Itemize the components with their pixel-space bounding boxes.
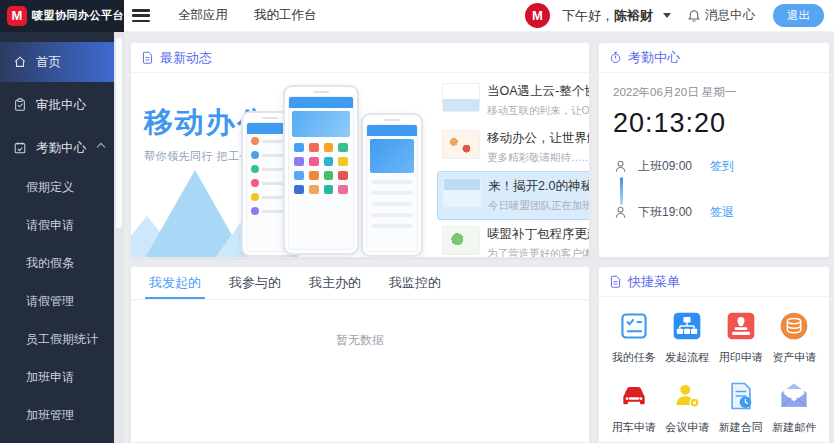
calendar-icon [13,141,27,155]
check-out-row: 下班19:00 签退 [613,203,815,221]
sidebar-sub-holiday-definition[interactable]: 假期定义 [0,168,114,206]
attendance-header: 考勤中心 [599,43,829,73]
latest-news-header: 最新动态 [131,43,589,73]
tab-monitored-by-me[interactable]: 我监控的 [375,267,455,299]
person-icon [613,205,628,220]
document-icon [609,275,622,288]
attendance-clock: 20:13:20 [613,108,815,139]
sidebar-item-home[interactable]: 首页 [0,42,114,82]
sidebar: 首页 审批中心 考勤中心 假期定义 请假申请 我的假条 请假管理 员工假期统计 … [0,32,114,443]
quick-item-new-mail[interactable]: 新建邮件 [768,379,822,435]
sidebar-sub-leave-management[interactable]: 请假管理 [0,282,114,320]
check-in-link[interactable]: 签到 [710,158,734,175]
quick-item-new-contract[interactable]: 新建合同 [714,379,768,435]
process-tabs: 我发起的 我参与的 我主办的 我监控的 [131,267,589,300]
user-avatar[interactable]: M [525,3,550,28]
news-thumbnail [442,83,480,112]
phone-mockup-right [361,113,423,257]
quick-item-vehicle-request[interactable]: 用车申请 [607,379,661,435]
person-gear-icon [670,379,704,413]
quick-item-asset-request[interactable]: 资产申请 [768,309,822,365]
news-thumbnail [442,130,480,159]
bell-icon [687,9,701,23]
chevron-up-icon [97,143,105,151]
attendance-rows: 上班09:00 签到 下班19:00 签退 [613,157,815,221]
quick-item-my-tasks[interactable]: 我的任务 [607,309,661,365]
attendance-title: 考勤中心 [628,49,680,67]
quick-item-meeting-request[interactable]: 会议申请 [661,379,715,435]
app-logo: M [7,6,27,26]
logout-button[interactable]: 退出 [773,4,824,27]
topbar-right: M 下午好，陈裕财 消息中心 退出 [525,3,834,28]
tab-initiated-by-me[interactable]: 我发起的 [135,267,215,299]
sidebar-sub-overtime-management[interactable]: 加班管理 [0,396,114,434]
stopwatch-icon [609,51,622,64]
quick-menu-title: 快捷菜单 [628,273,680,291]
username: 陈裕财 [614,8,653,23]
quick-item-start-process[interactable]: 发起流程 [661,309,715,365]
news-body: 移动办公 帮你领先同行 把工作带出办公室 当OA遇上云-整个协同OA [131,73,589,258]
message-center-label: 消息中心 [705,7,755,24]
clipboard-icon [13,98,27,112]
nav-my-workbench[interactable]: 我的工作台 [254,7,317,24]
quick-item-seal-request[interactable]: 用印申请 [714,309,768,365]
database-icon [777,309,811,343]
top-bar: M 唛盟协同办公平台 全部应用 我的工作台 M 下午好，陈裕财 消息中心 退出 [0,0,834,32]
sidebar-scrollbar[interactable] [114,32,124,443]
menu-toggle-icon[interactable] [132,9,150,22]
greeting-text: 下午好， [562,8,614,23]
news-item-highlighted[interactable]: 来！揭开2.0的神秘面纱~ 今日唛盟团队正在加班加点， [437,171,590,220]
empty-state-text: 暂无数据 [131,300,589,349]
attendance-body: 2022年06月20日 星期一 20:13:20 上班09:00 签到 下班19… [599,73,829,258]
sidebar-sub-employee-holiday-stats[interactable]: 员工假期统计 [0,320,114,358]
timeline-connector [620,177,623,205]
stamp-icon [724,309,758,343]
quick-menu-grid: 我的任务 发起流程 [599,297,829,435]
sidebar-sub-overtime-request[interactable]: 加班申请 [0,358,114,396]
user-greeting[interactable]: 下午好，陈裕财 [562,7,653,25]
sidebar-item-attendance-center[interactable]: 考勤中心 [0,128,114,168]
top-nav: 全部应用 我的工作台 [178,7,317,24]
quick-menu-panel: 快捷菜单 我的任务 [598,266,830,443]
nav-all-apps[interactable]: 全部应用 [178,7,228,24]
news-list: 当OA遇上云-整个协同OA 移动互联的到来，让OA与云 移动办公，让世界触手可 … [431,73,590,258]
latest-news-panel: 最新动态 移动办公 帮你领先同行 把工作带出办公室 [130,42,590,258]
sidebar-item-approval-center[interactable]: 审批中心 [0,85,114,125]
app-title: 唛盟协同办公平台 [32,8,124,23]
flowchart-icon [670,309,704,343]
home-icon [13,55,27,69]
car-icon [617,379,651,413]
person-icon [613,159,628,174]
sidebar-scrollbar-thumb[interactable] [116,38,122,228]
chevron-down-icon[interactable] [663,13,671,18]
brand-block: M 唛盟协同办公平台 [0,0,124,32]
sidebar-sub-leave-request[interactable]: 请假申请 [0,206,114,244]
sidebar-item-label: 审批中心 [36,97,86,114]
my-processes-panel: 我发起的 我参与的 我主办的 我监控的 暂无数据 [130,266,590,443]
attendance-date: 2022年06月20日 星期一 [613,85,815,100]
sidebar-item-label: 考勤中心 [36,140,86,157]
sidebar-item-label: 首页 [36,54,61,71]
news-item[interactable]: 唛盟补丁包程序更新 为了营造更好的客户体验，唛 [437,220,590,258]
check-in-row: 上班09:00 签到 [613,157,815,175]
document-icon [141,51,154,64]
tab-hosted-by-me[interactable]: 我主办的 [295,267,375,299]
sidebar-sub-my-leave-notes[interactable]: 我的假条 [0,244,114,282]
tab-participated-by-me[interactable]: 我参与的 [215,267,295,299]
check-out-link[interactable]: 签退 [710,204,734,221]
news-item[interactable]: 移动办公，让世界触手可 更多精彩敬请期待…… [437,124,590,171]
mobile-office-banner[interactable]: 移动办公 帮你领先同行 把工作带出办公室 [131,73,431,258]
phone-mockup-center [283,85,359,255]
news-item[interactable]: 当OA遇上云-整个协同OA 移动互联的到来，让OA与云 [437,77,590,124]
quick-menu-header: 快捷菜单 [599,267,829,297]
latest-news-title: 最新动态 [160,49,212,67]
attendance-panel: 考勤中心 2022年06月20日 星期一 20:13:20 上班09:00 签到… [598,42,830,258]
message-center[interactable]: 消息中心 [687,7,755,24]
news-thumbnail [443,178,481,207]
envelope-icon [777,379,811,413]
news-thumbnail [442,226,480,255]
tasks-icon [617,309,651,343]
contract-clock-icon [724,379,758,413]
